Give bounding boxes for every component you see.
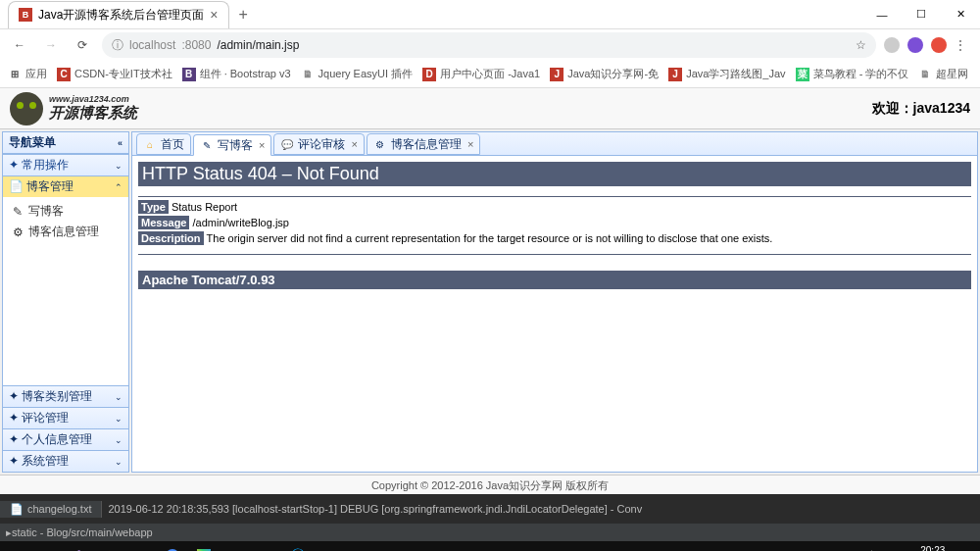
window-titlebar: B Java开源博客系统后台管理页面 × + — ☐ ✕: [0, 0, 980, 29]
bookmark-item[interactable]: CCSDN-专业IT技术社: [57, 67, 172, 81]
tree-blog-info[interactable]: ⚙博客信息管理: [3, 222, 128, 242]
close-icon[interactable]: ×: [467, 138, 473, 150]
tab-blog-info[interactable]: ⚙博客信息管理×: [367, 133, 480, 155]
comment-icon: 💬: [280, 137, 294, 151]
task-app[interactable]: ▦: [251, 541, 282, 551]
bookmark-item[interactable]: B组件 · Bootstrap v3: [182, 67, 291, 81]
error-message-label: Message: [138, 216, 189, 229]
taskbar: ⊞ ○ ⟆ ✦ ● 🗀 ▦ Ⓚ ˄ 📶 🔊 中 ● ☁ 20:23 2019/6…: [0, 541, 980, 551]
error-type-value: Status Report: [172, 201, 237, 213]
sidebar-title: 导航菜单«: [3, 132, 128, 154]
bookmark-item[interactable]: JJava学习路线图_Jav: [668, 67, 785, 81]
extension-icon[interactable]: [884, 37, 900, 53]
accordion-comment[interactable]: ✦ 评论管理⌄: [3, 407, 128, 428]
content-tabbar: ⌂首页 ✎写博客× 💬评论审核× ⚙博客信息管理×: [132, 132, 977, 156]
file-icon: 📄: [10, 503, 24, 516]
start-button[interactable]: ⊞: [0, 541, 31, 551]
site-icon: D: [422, 68, 436, 81]
reload-button[interactable]: ⟳: [71, 33, 94, 57]
chevron-down-icon: ⌄: [115, 457, 122, 467]
info-icon: ⓘ: [112, 37, 123, 54]
ide-breadcrumb: ▸ static - Blog/src/main/webapp: [0, 524, 980, 541]
accordion-category[interactable]: ✦ 博客类别管理⌄: [3, 385, 128, 407]
extension-icon[interactable]: [931, 37, 947, 53]
tree-write-blog[interactable]: ✎写博客: [3, 201, 128, 222]
chevron-up-icon: ⌃: [115, 182, 122, 192]
chrome-icon[interactable]: [157, 541, 188, 551]
welcome-text: 欢迎：java1234: [872, 100, 970, 118]
bookmark-item[interactable]: JJava知识分享网-免: [550, 67, 659, 81]
bookmark-item[interactable]: 🗎Jquery EasyUI 插件: [301, 67, 414, 81]
tray-clock[interactable]: 20:23 2019/6/12: [911, 545, 956, 551]
logo-icon: [10, 92, 43, 125]
system-tray: ˄ 📶 🔊 中 ● ☁ 20:23 2019/6/12 💬: [821, 545, 980, 551]
firefox-icon[interactable]: ●: [125, 541, 157, 551]
file-icon: 🗎: [918, 68, 932, 81]
gear-icon: ⚙: [373, 137, 387, 151]
close-icon[interactable]: ×: [351, 138, 357, 150]
address-bar: ← → ⟳ ⓘ localhost:8080/admin/main.jsp ☆ …: [0, 29, 980, 61]
tab-title: Java开源博客系统后台管理页面: [38, 7, 204, 24]
forward-button[interactable]: →: [39, 33, 63, 57]
browser-tab[interactable]: B Java开源博客系统后台管理页面 ×: [8, 1, 229, 28]
accordion-system[interactable]: ✦ 系统管理⌄: [3, 450, 128, 472]
task-app[interactable]: Ⓚ: [282, 541, 314, 551]
site-icon: 菜: [796, 68, 809, 81]
chevron-down-icon: ⌄: [115, 392, 122, 402]
extension-icon[interactable]: [907, 37, 923, 53]
app-header: www.java1234.com 开源博客系统 欢迎：java1234: [0, 88, 980, 129]
task-app[interactable]: ✦: [94, 541, 125, 551]
accordion-common[interactable]: ✦ 常用操作⌄: [3, 154, 128, 175]
site-icon: J: [668, 68, 682, 81]
site-icon: B: [182, 68, 196, 81]
close-icon[interactable]: ×: [259, 139, 265, 151]
tab-home[interactable]: ⌂首页: [136, 133, 191, 155]
error-server: Apache Tomcat/7.0.93: [138, 271, 971, 289]
chevron-down-icon: ⌄: [115, 161, 122, 171]
task-app[interactable]: ⟆: [63, 541, 94, 551]
accordion-profile[interactable]: ✦ 个人信息管理⌄: [3, 428, 128, 450]
site-icon: J: [550, 68, 564, 81]
bookmark-item[interactable]: 菜菜鸟教程 - 学的不仅: [796, 67, 909, 81]
bookmark-item[interactable]: 🗎超星网: [918, 67, 968, 81]
apps-icon: ⊞: [8, 68, 22, 81]
close-tab-icon[interactable]: ×: [210, 7, 218, 23]
minimize-button[interactable]: —: [862, 0, 902, 29]
main-area: ⌂首页 ✎写博客× 💬评论审核× ⚙博客信息管理× HTTP Status 40…: [131, 131, 978, 473]
error-heading: HTTP Status 404 – Not Found: [138, 162, 971, 186]
bookmark-item[interactable]: D用户中心页面 -Java1: [422, 67, 540, 81]
new-tab-button[interactable]: +: [239, 6, 248, 24]
explorer-icon[interactable]: 🗀: [220, 541, 251, 551]
ide-tab-changelog[interactable]: 📄changelog.txt: [0, 501, 102, 518]
home-icon: ⌂: [143, 137, 157, 151]
bookmarks-bar: ⊞应用 CCSDN-专业IT技术社 B组件 · Bootstrap v3 🗎Jq…: [0, 61, 980, 88]
favicon: B: [19, 8, 32, 22]
url-host: localhost: [129, 38, 175, 52]
chevron-down-icon: ⌄: [115, 435, 122, 445]
ide-tabbar: 📄changelog.txt 2019-06-12 20:18:35,593 […: [0, 494, 980, 524]
collapse-icon[interactable]: «: [118, 138, 122, 148]
file-icon: 🗎: [301, 68, 315, 81]
task-app[interactable]: [188, 541, 220, 551]
chevron-down-icon: ⌄: [115, 414, 122, 424]
star-icon[interactable]: ☆: [856, 38, 866, 52]
cortana-icon[interactable]: ○: [31, 541, 63, 551]
menu-icon[interactable]: ⋮: [955, 38, 966, 52]
maximize-button[interactable]: ☐: [902, 0, 941, 29]
accordion-blog-manage[interactable]: 📄 博客管理⌃: [3, 175, 128, 197]
content-body: HTTP Status 404 – Not Found Type Status …: [132, 156, 977, 472]
app-footer: Copyright © 2012-2016 Java知识分享网 版权所有: [0, 475, 980, 494]
error-type-label: Type: [138, 200, 169, 214]
close-window-button[interactable]: ✕: [941, 0, 980, 29]
back-button[interactable]: ←: [8, 33, 31, 57]
sidebar: 导航菜单« ✦ 常用操作⌄ 📄 博客管理⌃ ✎写博客 ⚙博客信息管理 ✦ 博客类…: [2, 131, 129, 473]
tab-comment-review[interactable]: 💬评论审核×: [273, 133, 364, 155]
edit-icon: ✎: [11, 205, 24, 219]
logo-title: 开源博客系统: [49, 104, 137, 123]
url-input[interactable]: ⓘ localhost:8080/admin/main.jsp ☆: [102, 32, 876, 58]
logo-url: www.java1234.com: [49, 94, 137, 104]
app-body: 导航菜单« ✦ 常用操作⌄ 📄 博客管理⌃ ✎写博客 ⚙博客信息管理 ✦ 博客类…: [0, 129, 980, 475]
error-message-value: /admin/writeBlog.jsp: [193, 217, 289, 228]
tab-write-blog[interactable]: ✎写博客×: [193, 134, 271, 156]
apps-button[interactable]: ⊞应用: [8, 67, 47, 81]
